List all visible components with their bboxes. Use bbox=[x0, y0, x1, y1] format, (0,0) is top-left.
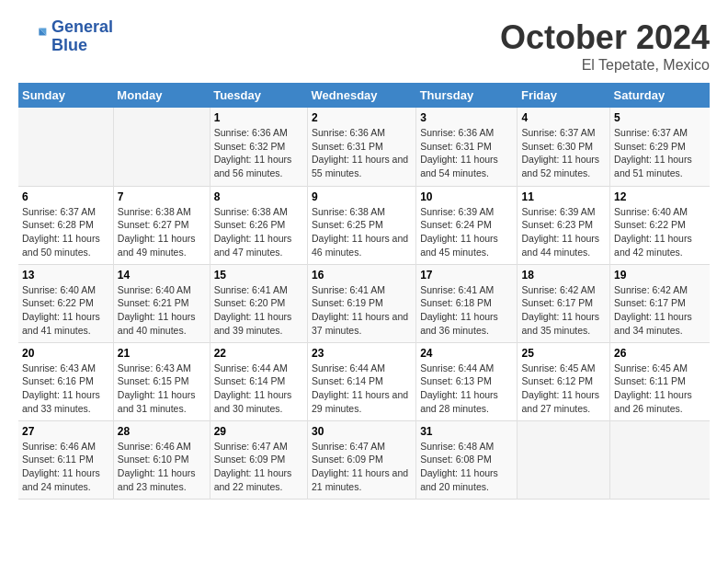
day-info: Sunrise: 6:36 AMSunset: 6:31 PMDaylight:… bbox=[312, 126, 412, 180]
location: El Tepetate, Mexico bbox=[500, 57, 710, 74]
calendar-cell: 19Sunrise: 6:42 AMSunset: 6:17 PMDayligh… bbox=[610, 264, 710, 342]
header-tuesday: Tuesday bbox=[210, 83, 307, 108]
day-info: Sunrise: 6:45 AMSunset: 6:11 PMDaylight:… bbox=[614, 362, 706, 416]
day-number: 30 bbox=[312, 425, 412, 438]
day-number: 1 bbox=[214, 111, 303, 124]
day-info: Sunrise: 6:38 AMSunset: 6:25 PMDaylight:… bbox=[312, 205, 412, 259]
calendar-cell bbox=[113, 108, 210, 186]
calendar-cell: 31Sunrise: 6:48 AMSunset: 6:08 PMDayligh… bbox=[416, 420, 518, 499]
day-info: Sunrise: 6:42 AMSunset: 6:17 PMDaylight:… bbox=[521, 283, 606, 338]
day-info: Sunrise: 6:40 AMSunset: 6:21 PMDaylight:… bbox=[118, 283, 206, 338]
day-info: Sunrise: 6:36 AMSunset: 6:31 PMDaylight:… bbox=[420, 126, 513, 180]
day-number: 24 bbox=[420, 347, 513, 360]
calendar-cell: 20Sunrise: 6:43 AMSunset: 6:16 PMDayligh… bbox=[18, 342, 113, 420]
day-number: 18 bbox=[521, 269, 606, 282]
calendar-cell: 17Sunrise: 6:41 AMSunset: 6:18 PMDayligh… bbox=[416, 264, 518, 342]
calendar-cell: 21Sunrise: 6:43 AMSunset: 6:15 PMDayligh… bbox=[113, 342, 210, 420]
day-number: 28 bbox=[118, 425, 206, 438]
calendar-cell bbox=[518, 420, 610, 499]
day-number: 27 bbox=[22, 425, 109, 438]
header-sunday: Sunday bbox=[18, 83, 113, 108]
day-info: Sunrise: 6:39 AMSunset: 6:23 PMDaylight:… bbox=[521, 205, 606, 259]
day-number: 29 bbox=[214, 425, 303, 438]
calendar-cell: 9Sunrise: 6:38 AMSunset: 6:25 PMDaylight… bbox=[308, 186, 416, 264]
day-info: Sunrise: 6:37 AMSunset: 6:28 PMDaylight:… bbox=[22, 205, 109, 259]
day-number: 3 bbox=[420, 111, 513, 124]
calendar-cell: 26Sunrise: 6:45 AMSunset: 6:11 PMDayligh… bbox=[610, 342, 710, 420]
calendar-cell: 6Sunrise: 6:37 AMSunset: 6:28 PMDaylight… bbox=[18, 186, 113, 264]
calendar-cell: 28Sunrise: 6:46 AMSunset: 6:10 PMDayligh… bbox=[113, 420, 210, 499]
day-info: Sunrise: 6:37 AMSunset: 6:30 PMDaylight:… bbox=[521, 126, 606, 180]
day-info: Sunrise: 6:43 AMSunset: 6:15 PMDaylight:… bbox=[118, 362, 206, 416]
day-info: Sunrise: 6:41 AMSunset: 6:18 PMDaylight:… bbox=[420, 283, 513, 338]
day-info: Sunrise: 6:44 AMSunset: 6:13 PMDaylight:… bbox=[420, 362, 513, 416]
calendar-cell: 11Sunrise: 6:39 AMSunset: 6:23 PMDayligh… bbox=[518, 186, 610, 264]
day-number: 9 bbox=[312, 190, 412, 203]
day-number: 16 bbox=[312, 269, 412, 282]
header-saturday: Saturday bbox=[610, 83, 710, 108]
day-number: 2 bbox=[312, 111, 412, 124]
calendar-cell: 2Sunrise: 6:36 AMSunset: 6:31 PMDaylight… bbox=[308, 108, 416, 186]
logo: General Blue bbox=[18, 18, 113, 55]
day-info: Sunrise: 6:45 AMSunset: 6:12 PMDaylight:… bbox=[521, 362, 606, 416]
calendar-row: 13Sunrise: 6:40 AMSunset: 6:22 PMDayligh… bbox=[18, 264, 710, 342]
day-info: Sunrise: 6:44 AMSunset: 6:14 PMDaylight:… bbox=[312, 362, 412, 416]
header-friday: Friday bbox=[518, 83, 610, 108]
day-info: Sunrise: 6:39 AMSunset: 6:24 PMDaylight:… bbox=[420, 205, 513, 259]
day-number: 21 bbox=[118, 347, 206, 360]
calendar-cell bbox=[18, 108, 113, 186]
calendar-body: 1Sunrise: 6:36 AMSunset: 6:32 PMDaylight… bbox=[18, 108, 710, 499]
calendar-cell bbox=[610, 420, 710, 499]
day-number: 12 bbox=[614, 190, 706, 203]
header-wednesday: Wednesday bbox=[308, 83, 416, 108]
calendar-cell: 5Sunrise: 6:37 AMSunset: 6:29 PMDaylight… bbox=[610, 108, 710, 186]
day-number: 17 bbox=[420, 269, 513, 282]
calendar-cell: 16Sunrise: 6:41 AMSunset: 6:19 PMDayligh… bbox=[308, 264, 416, 342]
day-info: Sunrise: 6:47 AMSunset: 6:09 PMDaylight:… bbox=[214, 440, 303, 494]
day-info: Sunrise: 6:42 AMSunset: 6:17 PMDaylight:… bbox=[614, 283, 706, 338]
day-info: Sunrise: 6:43 AMSunset: 6:16 PMDaylight:… bbox=[22, 362, 109, 416]
calendar-row: 20Sunrise: 6:43 AMSunset: 6:16 PMDayligh… bbox=[18, 342, 710, 420]
day-info: Sunrise: 6:41 AMSunset: 6:19 PMDaylight:… bbox=[312, 283, 412, 338]
calendar-cell: 30Sunrise: 6:47 AMSunset: 6:09 PMDayligh… bbox=[308, 420, 416, 499]
day-info: Sunrise: 6:37 AMSunset: 6:29 PMDaylight:… bbox=[614, 126, 706, 180]
day-number: 25 bbox=[521, 347, 606, 360]
title-section: October 2024 El Tepetate, Mexico bbox=[500, 18, 710, 74]
calendar-cell: 29Sunrise: 6:47 AMSunset: 6:09 PMDayligh… bbox=[210, 420, 307, 499]
calendar-cell: 7Sunrise: 6:38 AMSunset: 6:27 PMDaylight… bbox=[113, 186, 210, 264]
calendar-cell: 27Sunrise: 6:46 AMSunset: 6:11 PMDayligh… bbox=[18, 420, 113, 499]
calendar-cell: 13Sunrise: 6:40 AMSunset: 6:22 PMDayligh… bbox=[18, 264, 113, 342]
day-number: 7 bbox=[118, 190, 206, 203]
day-info: Sunrise: 6:46 AMSunset: 6:10 PMDaylight:… bbox=[118, 440, 206, 494]
day-number: 11 bbox=[521, 190, 606, 203]
calendar-cell: 23Sunrise: 6:44 AMSunset: 6:14 PMDayligh… bbox=[308, 342, 416, 420]
day-number: 10 bbox=[420, 190, 513, 203]
day-info: Sunrise: 6:36 AMSunset: 6:32 PMDaylight:… bbox=[214, 126, 303, 180]
header-thursday: Thursday bbox=[416, 83, 518, 108]
day-info: Sunrise: 6:41 AMSunset: 6:20 PMDaylight:… bbox=[214, 283, 303, 338]
calendar-cell: 8Sunrise: 6:38 AMSunset: 6:26 PMDaylight… bbox=[210, 186, 307, 264]
day-info: Sunrise: 6:47 AMSunset: 6:09 PMDaylight:… bbox=[312, 440, 412, 494]
calendar-cell: 10Sunrise: 6:39 AMSunset: 6:24 PMDayligh… bbox=[416, 186, 518, 264]
calendar-cell: 14Sunrise: 6:40 AMSunset: 6:21 PMDayligh… bbox=[113, 264, 210, 342]
calendar-cell: 1Sunrise: 6:36 AMSunset: 6:32 PMDaylight… bbox=[210, 108, 307, 186]
day-number: 15 bbox=[214, 269, 303, 282]
day-number: 4 bbox=[521, 111, 606, 124]
logo-text: General Blue bbox=[51, 18, 113, 55]
calendar-row: 27Sunrise: 6:46 AMSunset: 6:11 PMDayligh… bbox=[18, 420, 710, 499]
day-info: Sunrise: 6:40 AMSunset: 6:22 PMDaylight:… bbox=[22, 283, 109, 338]
header-monday: Monday bbox=[113, 83, 210, 108]
calendar-cell: 25Sunrise: 6:45 AMSunset: 6:12 PMDayligh… bbox=[518, 342, 610, 420]
day-info: Sunrise: 6:40 AMSunset: 6:22 PMDaylight:… bbox=[614, 205, 706, 259]
day-number: 6 bbox=[22, 190, 109, 203]
month-title: October 2024 bbox=[500, 18, 710, 57]
calendar-cell: 15Sunrise: 6:41 AMSunset: 6:20 PMDayligh… bbox=[210, 264, 307, 342]
calendar-cell: 18Sunrise: 6:42 AMSunset: 6:17 PMDayligh… bbox=[518, 264, 610, 342]
day-info: Sunrise: 6:44 AMSunset: 6:14 PMDaylight:… bbox=[214, 362, 303, 416]
calendar-row: 6Sunrise: 6:37 AMSunset: 6:28 PMDaylight… bbox=[18, 186, 710, 264]
calendar-cell: 12Sunrise: 6:40 AMSunset: 6:22 PMDayligh… bbox=[610, 186, 710, 264]
day-number: 5 bbox=[614, 111, 706, 124]
day-number: 13 bbox=[22, 269, 109, 282]
calendar-table: SundayMondayTuesdayWednesdayThursdayFrid… bbox=[18, 83, 710, 500]
day-number: 31 bbox=[420, 425, 513, 438]
